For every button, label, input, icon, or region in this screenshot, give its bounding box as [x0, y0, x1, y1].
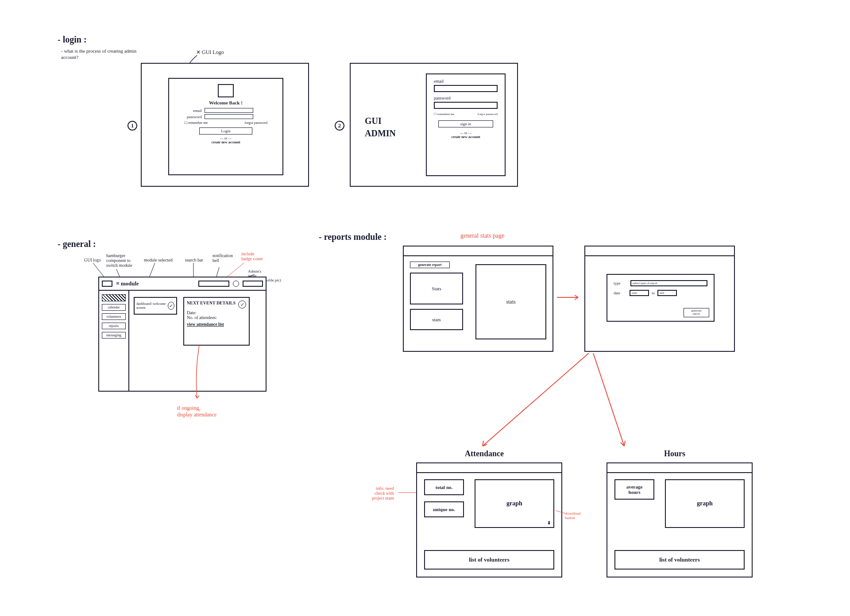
login-modal-1: Welcome Back ! email password ☐ remember… [168, 78, 283, 175]
brand-text: GUI ADMIN [365, 115, 396, 139]
email-row: email [180, 108, 272, 113]
step-2-marker: 2 [335, 121, 344, 131]
arrow-to-modal [557, 292, 583, 305]
avg-hours-card: average hours [614, 479, 654, 500]
remember-me[interactable]: ☐ remember me [184, 121, 208, 125]
svg-line-5 [226, 263, 244, 278]
check-icon: ✓ [168, 302, 174, 310]
ongoing-arrow [190, 345, 208, 403]
event-attendees: No. of attendees: [187, 315, 246, 320]
password-row: password [180, 114, 272, 119]
date-label: date [614, 291, 627, 295]
unique-no-card: unique no. [424, 501, 464, 517]
login-section-title: - login : [58, 35, 87, 45]
dashboard-card[interactable]: dashboard/ welcome screen ✓ [134, 297, 177, 315]
login-button[interactable]: Login [199, 127, 252, 135]
logo-placeholder [218, 84, 234, 97]
hours-wireframe: average hours graph list of volunteers [607, 462, 753, 578]
reports-subtitle: general stats page [460, 232, 505, 239]
general-wireframe: ≡ module calendar volunteers reports mes… [98, 277, 267, 392]
sidebar-item-volunteers[interactable]: volunteers [102, 313, 126, 320]
login-wireframe-1: Welcome Back ! email password ☐ remember… [141, 63, 309, 187]
forgot-password-2[interactable]: forgot password [478, 112, 498, 116]
general-section-title: - general : [58, 239, 96, 249]
type-label: type [614, 281, 627, 285]
sidebar-active[interactable] [102, 294, 126, 301]
stats-big: stats [475, 264, 546, 339]
svg-line-11 [556, 511, 565, 513]
generate-go-button[interactable]: generate report [684, 308, 709, 317]
download-note-arrow [556, 509, 568, 516]
create-account-2[interactable]: create new account [434, 135, 498, 139]
notification-bell-icon[interactable] [233, 281, 239, 287]
step-1-marker: 1 [128, 121, 137, 131]
login-wireframe-2: GUI ADMIN email password ☐ remember me f… [350, 63, 518, 187]
attendance-volunteer-list[interactable]: list of volunteers [424, 550, 554, 570]
signin-button[interactable]: sign in [438, 120, 493, 127]
generate-modal: type select type of report date start to… [607, 274, 715, 322]
create-account-link[interactable]: create new account [180, 140, 272, 144]
hours-graph: graph [665, 479, 745, 528]
anno-badge-count: include badge count [241, 251, 263, 261]
stats-card-2: stats [410, 309, 463, 330]
sidebar-item-reports[interactable]: reports [102, 323, 126, 329]
welcome-text: Welcome Back ! [180, 100, 272, 105]
or-divider: — or — [180, 136, 272, 140]
attendance-wireframe: total no. unique no. graph ⬇ list of vol… [416, 462, 562, 578]
svg-line-9 [593, 353, 624, 446]
stats-card-1: Stats [410, 273, 463, 304]
hours-volunteer-list[interactable]: list of volunteers [614, 550, 745, 570]
header-logo[interactable] [102, 281, 112, 287]
email-input[interactable] [205, 108, 253, 113]
attendance-graph: graph ⬇ [475, 479, 554, 528]
total-no-card: total no. [424, 479, 464, 495]
email-input-2[interactable] [434, 85, 498, 92]
event-date: Date: [187, 310, 246, 315]
date-from[interactable]: start [630, 290, 649, 296]
remember-me-2[interactable]: ☐ remember me [434, 112, 454, 116]
check-icon-2: ✓ [238, 300, 246, 308]
or-divider-2: — or — [434, 131, 498, 135]
password-input-2[interactable] [434, 102, 498, 109]
generate-modal-wireframe: type select type of report date start to… [584, 246, 735, 352]
stats-page-wireframe: generate report Stats stats stats [403, 246, 553, 352]
generate-report-button[interactable]: generate report [410, 262, 450, 268]
sidebar-item-calendar[interactable]: calendar [102, 304, 126, 311]
search-input[interactable] [198, 281, 229, 287]
sidebar-item-messaging[interactable]: messaging [102, 332, 126, 339]
login-subnote: - what is the process of creating admin … [61, 48, 150, 61]
email-label: email [434, 79, 498, 84]
forgot-password-link[interactable]: forgot password [244, 121, 267, 125]
attendance-info-note: info: need check with project team [372, 486, 394, 500]
password-label: password [434, 96, 498, 100]
date-to[interactable]: end [657, 290, 677, 296]
download-icon[interactable]: ⬇ [547, 520, 551, 525]
password-input[interactable] [205, 114, 253, 119]
reports-section-title: - reports module : [319, 232, 387, 242]
branch-arrows [456, 353, 646, 450]
login-panel-2: email password ☐ remember me forgot pass… [426, 73, 506, 176]
next-event-card[interactable]: NEXT EVENT DETAILS ✓ Date: No. of attend… [183, 297, 250, 346]
type-select[interactable]: select type of report [630, 280, 707, 286]
attendance-title: Attendance [465, 449, 504, 458]
to-word: to [652, 291, 655, 295]
ongoing-note: if ongoing, display attendance [177, 405, 216, 418]
svg-line-8 [483, 353, 589, 446]
admin-name-chip[interactable] [243, 281, 263, 287]
header-module-label[interactable]: ≡ module [116, 280, 139, 287]
hours-title: Hours [664, 449, 685, 458]
view-attendance-link[interactable]: view attendance list [187, 322, 246, 327]
